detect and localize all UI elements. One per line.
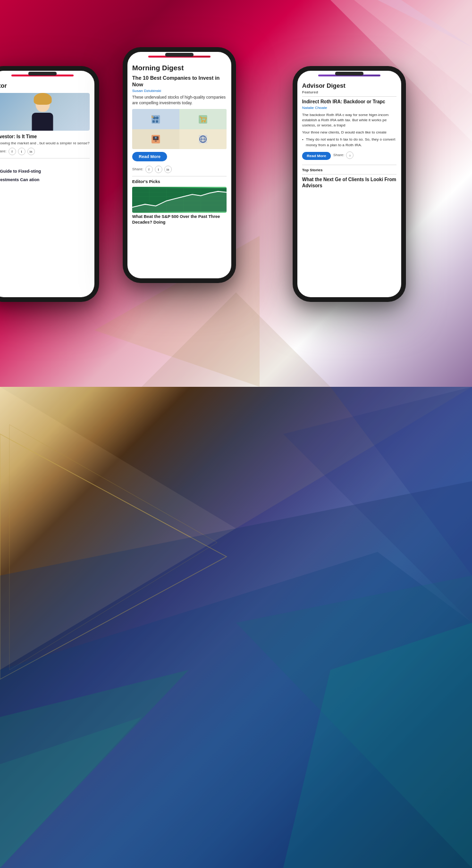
linkedin-icon[interactable]: in xyxy=(27,148,35,155)
background-bottom xyxy=(0,387,472,868)
left-share-label: Share: xyxy=(0,149,7,154)
editors-picks-image xyxy=(132,187,227,213)
right-share-icon[interactable]: ○ xyxy=(346,151,354,159)
center-phone: Morning Digest The 10 Best Companies to … xyxy=(123,47,236,283)
right-article-author: Natalie Choate xyxy=(302,106,396,110)
center-phone-content: Morning Digest The 10 Best Companies to … xyxy=(127,58,231,275)
left-phone-screen: stor Investor: Is It Time following the … xyxy=(0,71,94,297)
left-article-item-1: 's Guide to Fixed-sting xyxy=(0,169,90,175)
phones-container: stor Investor: Is It Time following the … xyxy=(0,47,472,434)
center-linkedin-icon[interactable]: in xyxy=(164,166,172,173)
left-item-2-title: nvestments Can ation xyxy=(0,177,90,183)
center-phone-title: Morning Digest xyxy=(132,63,227,73)
author-hair xyxy=(34,93,51,105)
right-article-body: The backdoor Roth IRA c way for some hig… xyxy=(302,112,396,128)
svg-rect-22 xyxy=(152,120,155,123)
left-phone-content: stor Investor: Is It Time following the … xyxy=(0,76,94,293)
center-twitter-icon[interactable]: t xyxy=(155,166,162,173)
center-article-author: Susan Dziubinski xyxy=(132,89,227,93)
right-bullet-point: They do not want to h tax to do so. So, … xyxy=(302,137,396,147)
center-phone-screen: Morning Digest The 10 Best Companies to … xyxy=(127,52,231,278)
right-phone-title: Advisor Digest xyxy=(302,82,396,90)
svg-point-27 xyxy=(204,121,206,122)
right-divider xyxy=(302,165,396,165)
read-more-button[interactable]: Read More xyxy=(132,152,167,161)
right-phone-content: Advisor Digest Featured Indirect Roth IR… xyxy=(297,76,401,293)
left-phone-title: stor xyxy=(0,82,90,90)
img-cell-3 xyxy=(132,129,179,150)
svg-point-21 xyxy=(156,117,159,119)
left-article-body: following the market and , but would a s… xyxy=(0,141,90,146)
center-article-image xyxy=(132,109,227,149)
computer-icon xyxy=(151,134,161,144)
svg-rect-23 xyxy=(156,120,158,123)
img-cell-4 xyxy=(179,129,227,150)
center-facebook-icon[interactable]: f xyxy=(145,166,153,173)
left-article-item-2: nvestments Can ation xyxy=(0,177,90,183)
center-share-label: Share: xyxy=(132,167,143,172)
left-phone-wrapper: stor Investor: Is It Time following the … xyxy=(0,66,99,302)
facebook-icon[interactable]: f xyxy=(8,148,16,155)
editors-picks-label: Editor's Picks xyxy=(132,179,227,185)
svg-point-31 xyxy=(155,137,157,139)
svg-point-26 xyxy=(202,121,203,122)
people-icon xyxy=(151,114,161,125)
img-cell-2 xyxy=(179,109,227,129)
left-phone: stor Investor: Is It Time following the … xyxy=(0,66,99,302)
left-item-1-title: 's Guide to Fixed-sting xyxy=(0,169,90,175)
center-phone-wrapper: Morning Digest The 10 Best Companies to … xyxy=(123,47,236,283)
featured-label: Featured xyxy=(302,90,396,97)
right-article-headline: Indirect Roth IRA: Backdoor or Trapc xyxy=(302,99,396,105)
right-read-more-button[interactable]: Read More xyxy=(302,152,331,160)
img-cell-1 xyxy=(132,109,179,129)
author-head xyxy=(35,95,50,112)
globe-icon xyxy=(198,134,208,144)
right-phone-screen: Advisor Digest Featured Indirect Roth IR… xyxy=(297,71,401,297)
chart-image xyxy=(132,187,227,213)
author-figure xyxy=(30,95,56,131)
left-author-image xyxy=(0,93,90,131)
svg-rect-30 xyxy=(155,141,157,142)
center-divider xyxy=(132,176,227,176)
left-section-title: ts xyxy=(0,161,90,167)
twitter-icon[interactable]: t xyxy=(18,148,25,155)
right-phone-wrapper: Advisor Digest Featured Indirect Roth IR… xyxy=(293,66,406,302)
right-phone: Advisor Digest Featured Indirect Roth IR… xyxy=(293,66,406,302)
editors-picks-title: What Beat the S&P 500 Over the Past Thre… xyxy=(132,214,227,225)
right-top-story-title: What the Next Ge of Clients Is Looki Fro… xyxy=(302,176,396,189)
right-share-label: Share: xyxy=(333,153,345,158)
right-share-row: Share: ○ xyxy=(333,151,354,159)
center-article-headline: The 10 Best Companies to Invest in Now xyxy=(132,75,227,88)
right-article-body-2: Your three new clients, D would each lik… xyxy=(302,130,396,135)
left-article-headline: Investor: Is It Time xyxy=(0,134,90,140)
left-share-row: Share: f t in xyxy=(0,148,90,155)
cart-icon xyxy=(198,114,208,125)
author-body xyxy=(32,113,53,131)
left-divider-1 xyxy=(0,158,90,159)
top-stories-label: Top Stories xyxy=(302,168,396,175)
center-article-body: These undervalued stocks of high-quality… xyxy=(132,95,227,106)
center-share-row: Share: f t in xyxy=(132,166,227,173)
